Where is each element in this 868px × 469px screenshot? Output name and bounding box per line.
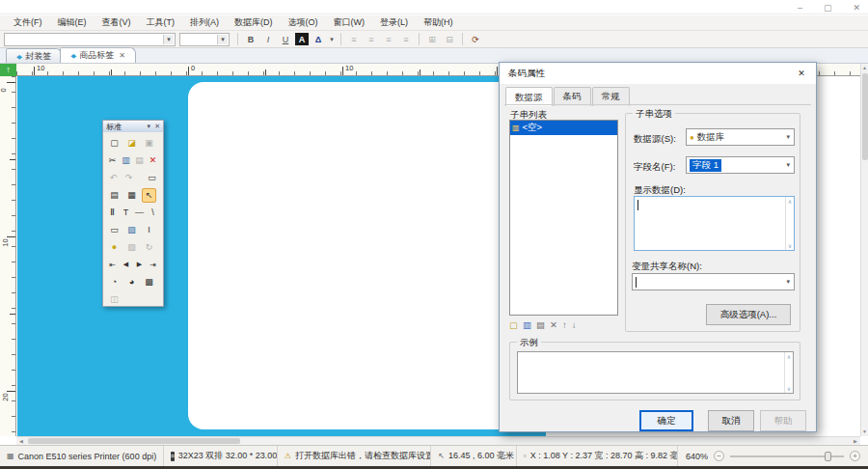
dialog-titlebar[interactable]: 条码属性 [500,63,816,84]
menu-options[interactable]: 选项(O) [281,16,326,29]
first-record-icon[interactable]: ⇤ [107,258,118,272]
db-import-icon[interactable]: ▧ [124,240,139,255]
substring-listbox[interactable]: ▥ <空> [509,120,618,316]
align-justify-button[interactable]: ≡ [398,32,414,46]
cancel-button[interactable]: 取消 [708,410,754,431]
textarea-scrollbar[interactable]: ∧ ∨ [784,352,793,393]
next-record-icon[interactable]: ▶ [134,258,145,272]
database-error-status[interactable]: ⚠ 打开数据库出错，请检查数据库设置！ [278,446,432,466]
chevron-down-icon[interactable]: ▾ [217,35,228,44]
field-name-combo[interactable]: 字段 1 ▾ [686,156,795,174]
tab-barcode[interactable]: 条码 [554,87,591,106]
ok-button[interactable]: 确定 [639,410,693,431]
window-maximize-button[interactable]: ▢ [824,3,832,13]
bold-button[interactable]: B [243,32,258,46]
vertical-scroll-thumb[interactable] [862,73,868,160]
cut-icon[interactable]: ✂ [107,153,118,168]
label-spec-status[interactable]: ≡ 32X23 双排 32.00 * 23.00 毫米 [164,446,278,466]
tab-general[interactable]: 常规 [592,87,630,106]
font-family-combo[interactable]: ▾ [4,33,176,46]
scroll-down-icon[interactable]: ∨ [788,242,792,249]
tab-package-label[interactable]: ◆ 封装签 [6,48,62,63]
window-minimize-button[interactable]: – [798,3,802,13]
open-icon[interactable]: ◪ [124,136,139,151]
menu-help[interactable]: 帮助(H) [416,16,461,29]
menu-window[interactable]: 窗口(W) [326,16,373,29]
scroll-down-icon[interactable]: ▼ [861,428,868,436]
menu-view[interactable]: 查看(V) [95,16,139,29]
menu-database[interactable]: 数据库(D) [227,16,281,29]
align-right-button[interactable]: ≡ [381,32,396,46]
menu-edit[interactable]: 编辑(E) [50,16,95,29]
sample-textarea[interactable]: ∧ ∨ [517,351,794,394]
horizontal-scrollbar[interactable]: ◀ ▶ [16,436,860,445]
add-substring-icon[interactable]: ▢ [509,319,518,330]
move-down-icon[interactable]: ↓ [572,319,577,330]
tab-data-source[interactable]: 数据源 [505,87,553,106]
scroll-up-icon[interactable]: ∧ [787,353,791,360]
palette-collapse-icon[interactable]: ▾ [148,123,151,130]
pointer-tool-icon[interactable]: ↖ [142,188,156,203]
redo-icon[interactable]: ↷ [122,171,135,185]
menu-file[interactable]: 文件(F) [6,16,50,29]
dialog-close-button[interactable]: ✕ [787,63,816,84]
align-center-button[interactable]: ≡ [364,32,379,46]
save-icon[interactable]: ▣ [142,136,156,151]
chevron-down-icon[interactable]: ▾ [786,278,790,286]
delete-icon[interactable]: ✕ [148,153,158,168]
rect-tool-icon[interactable]: ▭ [107,223,122,237]
palette-titlebar[interactable]: 标准 ▾ ✕ [103,121,163,132]
list-item[interactable]: ▥ <空> [510,121,617,135]
barcode-tool-icon[interactable]: ‖ [107,206,118,220]
print-preview-icon[interactable]: ▤ [107,188,122,203]
delete-substring-icon[interactable]: ✕ [550,319,557,330]
printer-status[interactable]: ▦ Canon E510 series Printer (600 dpi) [0,446,164,466]
new-icon[interactable]: ▢ [107,136,122,151]
tab-close-icon[interactable]: ✕ [119,51,125,60]
image-tool-icon[interactable]: ▨ [124,223,139,237]
text-tool-icon[interactable]: T [121,206,131,220]
menu-login[interactable]: 登录(L) [372,16,416,29]
barcode-space-button[interactable]: ⊟ [442,32,457,46]
text-cursor-tool-icon[interactable]: I [142,223,156,237]
ruler-origin-button[interactable]: ↑ [0,64,16,76]
move-up-icon[interactable]: ↑ [562,319,567,330]
chevron-down-icon[interactable]: ▾ [163,35,174,44]
scroll-down-icon[interactable]: ∨ [787,385,791,392]
vertical-scrollbar[interactable]: ▲ ▼ [860,64,868,436]
line-tool-icon[interactable]: — [134,206,145,220]
menu-arrange[interactable]: 排列(A) [182,16,227,29]
copy-substring-icon[interactable]: ▥ [523,319,531,330]
zoom-slider[interactable] [730,455,844,457]
zoom-out-button[interactable]: − [714,451,724,461]
display-data-textarea[interactable]: ∧ ∨ [634,196,795,251]
advanced-options-button[interactable]: 高级选项(A)... [706,304,791,325]
print-icon[interactable]: ▦ [124,188,139,203]
extra-tool-icon[interactable]: ◫ [107,292,122,307]
horizontal-scroll-thumb[interactable] [28,438,240,444]
prev-record-icon[interactable]: ◀ [121,258,131,272]
zoom-fit-icon[interactable]: ▩ [142,275,156,290]
menu-tools[interactable]: 工具(T) [139,16,183,29]
zoom-out-icon[interactable]: ◔ [107,275,122,290]
page-setup-icon[interactable]: ▭ [146,171,158,185]
underline-button[interactable]: U [278,32,293,46]
window-close-button[interactable]: ✕ [853,3,860,13]
diagonal-line-tool-icon[interactable]: \ [148,206,158,220]
last-record-icon[interactable]: ⇥ [148,258,158,272]
zoom-in-button[interactable]: + [850,451,860,461]
label-page[interactable] [188,82,545,429]
chevron-down-icon[interactable]: ▾ [786,133,790,141]
scroll-up-icon[interactable]: ▲ [861,64,868,72]
paste-icon[interactable]: ▤ [134,153,145,168]
db-refresh-icon[interactable]: ↻ [142,240,156,255]
rotate-button[interactable]: ⟳ [468,32,483,46]
copy-icon[interactable]: ▥ [121,153,131,168]
align-left-button[interactable]: ≡ [346,32,362,46]
palette-close-icon[interactable]: ✕ [154,123,160,130]
database-icon[interactable]: ● [107,240,122,255]
chevron-down-icon[interactable]: ▾ [786,161,790,169]
font-background-button[interactable]: A [295,33,309,45]
undo-icon[interactable]: ↶ [107,171,120,185]
font-size-combo[interactable]: ▾ [179,33,230,46]
